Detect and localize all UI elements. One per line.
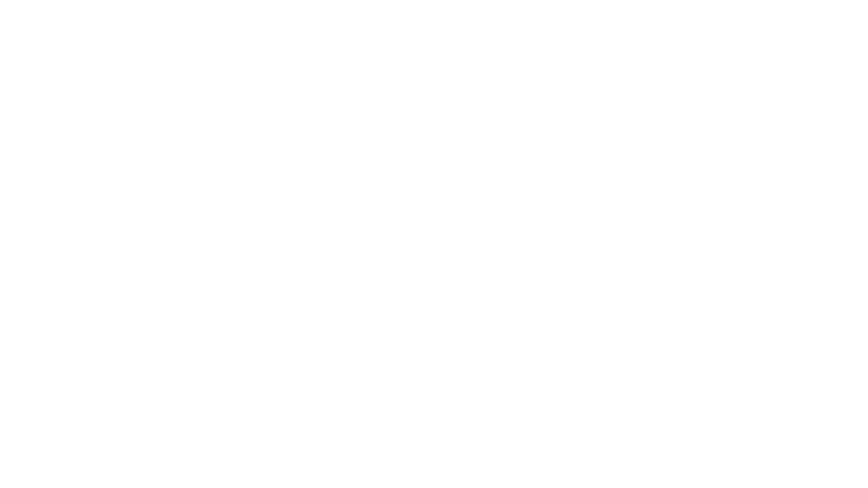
app-grid	[393, 230, 475, 258]
